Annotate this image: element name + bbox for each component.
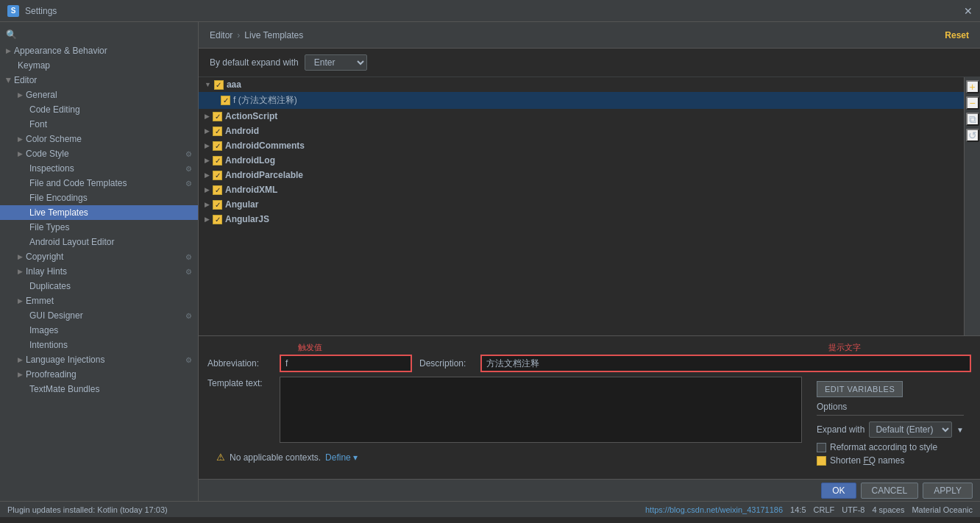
template-group-androidlog[interactable]: ▶ ✓ AndroidLog: [199, 153, 964, 168]
expand-with-select[interactable]: Default (Enter) Enter Tab Space: [869, 421, 952, 438]
group-checkbox-angularjs[interactable]: ✓: [213, 215, 222, 224]
group-checkbox-androidparcelable[interactable]: ✓: [213, 171, 222, 180]
settings-badge: ⚙: [185, 150, 192, 158]
apply-button[interactable]: APPLY: [923, 483, 973, 499]
add-template-button[interactable]: +: [966, 80, 979, 93]
sidebar-item-label: Keymap: [18, 60, 50, 71]
sidebar-item-textmate-bundles[interactable]: TextMate Bundles: [0, 382, 198, 396]
template-group-angularjs[interactable]: ▶ ✓ AngularJS: [199, 212, 964, 227]
template-group-actionscript[interactable]: ▶ ✓ ActionScript: [199, 109, 964, 124]
sidebar-item-images[interactable]: Images: [0, 323, 198, 338]
ok-button[interactable]: OK: [821, 483, 856, 499]
sidebar-item-label: TextMate Bundles: [29, 384, 99, 394]
right-options-panel: EDIT VARIABLES Options Expand with Defau…: [809, 377, 971, 473]
template-group-aaa[interactable]: ▼ ✓ aaa: [199, 77, 964, 92]
description-label: Description:: [419, 358, 475, 369]
status-position: 14:5: [790, 505, 806, 514]
template-group-angular[interactable]: ▶ ✓ Angular: [199, 197, 964, 212]
copy-template-button[interactable]: ⧉: [966, 113, 979, 126]
sidebar-item-editor[interactable]: ▶ Editor: [0, 73, 198, 88]
group-checkbox-aaa[interactable]: ✓: [214, 80, 224, 90]
sidebar-item-label: Inspections: [29, 163, 74, 174]
chevron-icon: ▶: [18, 297, 23, 305]
cancel-button[interactable]: CANCEL: [861, 483, 919, 499]
shorten-checkbox[interactable]: [817, 456, 826, 466]
template-group-androidcomments[interactable]: ▶ ✓ AndroidComments: [199, 138, 964, 153]
chevron-icon: ▶: [205, 113, 210, 120]
status-charset: UTF-8: [842, 505, 864, 514]
expand-select[interactable]: Enter Tab Space: [305, 54, 367, 71]
template-text-label: Template text:: [207, 378, 274, 388]
sidebar-item-keymap[interactable]: Keymap: [0, 58, 198, 73]
sidebar-item-color-scheme[interactable]: ▶ Color Scheme: [0, 132, 198, 146]
sidebar-item-label: Appearance & Behavior: [14, 46, 107, 56]
group-name-angular: Angular: [225, 199, 258, 210]
sidebar-item-label: File Types: [29, 222, 69, 232]
sidebar-search: 🔍: [0, 26, 198, 43]
sidebar-item-file-code-templates[interactable]: File and Code Templates ⚙: [0, 176, 198, 191]
bottom-bar: OK CANCEL APPLY: [199, 479, 980, 501]
sidebar-item-label: Language Injections: [26, 355, 104, 365]
group-name-aaa: aaa: [227, 79, 241, 90]
sidebar-item-font[interactable]: Font: [0, 117, 198, 132]
sidebar-item-general[interactable]: ▶ General: [0, 88, 198, 102]
template-item-f[interactable]: ✓ f (方法文档注释): [199, 92, 964, 109]
sidebar-item-file-types[interactable]: File Types: [0, 220, 198, 235]
item-checkbox-f[interactable]: ✓: [221, 96, 230, 105]
chevron-icon: ▶: [205, 201, 210, 208]
warning-icon: ⚠: [216, 452, 225, 463]
group-checkbox-android[interactable]: ✓: [213, 127, 222, 136]
sidebar-item-label: Editor: [14, 75, 37, 85]
template-group-androidparcelable[interactable]: ▶ ✓ AndroidParcelable: [199, 168, 964, 182]
sidebar-item-inlay-hints[interactable]: ▶ Inlay Hints ⚙: [0, 264, 198, 279]
group-name-androidxml: AndroidXML: [225, 185, 277, 195]
template-group-androidxml[interactable]: ▶ ✓ AndroidXML: [199, 182, 964, 197]
sidebar-item-proofreading[interactable]: ▶ Proofreading: [0, 367, 198, 382]
title-bar: S Settings ✕: [0, 0, 980, 22]
sidebar-item-android-layout-editor[interactable]: Android Layout Editor: [0, 235, 198, 249]
sidebar-item-label: Intentions: [29, 340, 68, 350]
settings-badge: ⚙: [185, 268, 192, 276]
group-checkbox-androidxml[interactable]: ✓: [213, 185, 222, 195]
no-contexts-row: ⚠ No applicable contexts. Define ▾: [207, 447, 802, 467]
sidebar-item-label: Proofreading: [26, 369, 77, 380]
group-checkbox-androidcomments[interactable]: ✓: [213, 141, 222, 151]
description-input[interactable]: [480, 355, 971, 372]
sidebar-item-appearance[interactable]: ▶ Appearance & Behavior: [0, 43, 198, 58]
remove-template-button[interactable]: −: [966, 96, 979, 110]
sidebar-item-code-editing[interactable]: Code Editing: [0, 102, 198, 117]
templates-area: ▼ ✓ aaa ✓ f (方法文档注释) ▶ ✓ ActionScript: [199, 77, 980, 335]
sidebar-item-file-encodings[interactable]: File Encodings: [0, 191, 198, 205]
group-checkbox-androidlog[interactable]: ✓: [213, 156, 222, 166]
define-link[interactable]: Define ▾: [325, 452, 358, 463]
sidebar-item-label: Android Layout Editor: [29, 237, 114, 247]
sidebar-item-language-injections[interactable]: ▶ Language Injections ⚙: [0, 352, 198, 367]
sidebar-item-live-templates[interactable]: Live Templates: [0, 205, 198, 220]
close-button[interactable]: ✕: [964, 5, 973, 17]
group-name-androidcomments: AndroidComments: [225, 140, 305, 151]
settings-badge: ⚙: [185, 253, 192, 261]
reformat-checkbox[interactable]: [817, 443, 826, 452]
status-link[interactable]: https://blog.csdn.net/weixin_43171186: [645, 505, 783, 514]
sidebar-item-intentions[interactable]: Intentions: [0, 338, 198, 352]
sidebar-item-code-style[interactable]: ▶ Code Style ⚙: [0, 146, 198, 161]
group-checkbox-angular[interactable]: ✓: [213, 200, 222, 210]
template-group-android[interactable]: ▶ ✓ Android: [199, 124, 964, 138]
edit-variables-button[interactable]: EDIT VARIABLES: [817, 381, 903, 397]
sidebar-item-emmet[interactable]: ▶ Emmet: [0, 293, 198, 308]
sidebar-item-copyright[interactable]: ▶ Copyright ⚙: [0, 249, 198, 264]
status-bar: Plugin updates installed: Kotlin (today …: [0, 501, 980, 517]
history-button[interactable]: ↺: [966, 129, 979, 142]
dropdown-arrow-icon: ▼: [956, 426, 964, 434]
sidebar-item-label: GUI Designer: [29, 310, 83, 321]
reformat-label: Reformat according to style: [830, 442, 937, 452]
template-text-input[interactable]: [280, 377, 802, 443]
sidebar-item-gui-designer[interactable]: GUI Designer ⚙: [0, 308, 198, 323]
chevron-icon: ▶: [18, 268, 23, 275]
sidebar-item-duplicates[interactable]: Duplicates: [0, 279, 198, 293]
sidebar-item-label: Images: [29, 325, 58, 335]
reset-button[interactable]: Reset: [945, 30, 969, 40]
group-checkbox-actionscript[interactable]: ✓: [213, 112, 222, 121]
abbreviation-input[interactable]: [280, 355, 412, 372]
sidebar-item-inspections[interactable]: Inspections ⚙: [0, 161, 198, 176]
